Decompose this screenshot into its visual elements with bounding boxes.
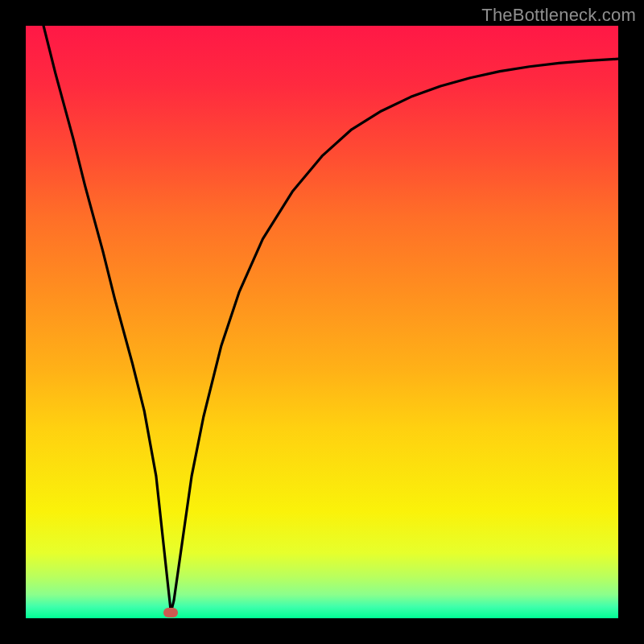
plot-area	[26, 26, 618, 618]
curve-svg	[26, 26, 618, 618]
minimum-marker	[163, 608, 178, 617]
chart-frame: TheBottleneck.com	[0, 0, 644, 644]
watermark-text: TheBottleneck.com	[481, 5, 636, 26]
bottleneck-curve	[43, 26, 618, 613]
